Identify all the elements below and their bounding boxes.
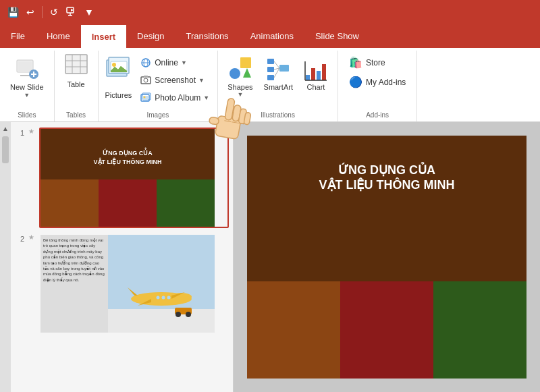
screenshot-dropdown: ▼ bbox=[198, 77, 205, 84]
menu-transitions[interactable]: Transitions bbox=[176, 24, 240, 48]
main-slide-title: ỨNG DỤNG CỦA VẬT LIỆU THÔNG MINH bbox=[247, 163, 526, 192]
menu-home[interactable]: Home bbox=[36, 24, 81, 48]
online-button[interactable]: Online ▼ bbox=[136, 55, 213, 71]
grid-col1 bbox=[247, 281, 340, 379]
menu-insert[interactable]: Insert bbox=[81, 24, 126, 48]
grid-col3 bbox=[433, 281, 526, 379]
svg-point-63 bbox=[167, 296, 171, 300]
photo-album-label: Photo Album bbox=[155, 93, 200, 103]
vertical-scrollbar[interactable]: ▲ bbox=[0, 122, 11, 392]
tables-group-label: Tables bbox=[55, 111, 98, 119]
screenshot-icon bbox=[140, 74, 152, 86]
menu-animations[interactable]: Animations bbox=[240, 24, 304, 48]
redo-button[interactable]: ↺ bbox=[47, 5, 61, 20]
slide-item-1[interactable]: 1 ★ ỨNG DỤNG CỦA VẬT LIỆU THÔNG MINH bbox=[14, 125, 230, 231]
svg-rect-32 bbox=[267, 59, 274, 64]
svg-marker-31 bbox=[243, 68, 251, 78]
ribbon: New Slide ▼ Slides Table bbox=[0, 48, 540, 122]
pictures-button[interactable]: Pictures bbox=[103, 53, 135, 102]
photo-album-icon bbox=[140, 92, 152, 104]
quick-access-toolbar: 💾 ↩ ↺ ▼ bbox=[5, 5, 97, 20]
slide-star-2: ★ bbox=[28, 233, 35, 241]
slides-group-label: Slides bbox=[0, 111, 54, 119]
present-button[interactable] bbox=[64, 5, 79, 20]
smartart-label: SmartArt bbox=[264, 83, 293, 91]
svg-rect-29 bbox=[240, 57, 251, 68]
separator bbox=[42, 6, 43, 18]
main-slide-grid bbox=[247, 281, 526, 379]
addins-buttons: 🛍️ Store 🔵 My Add-ins bbox=[344, 53, 411, 91]
screenshot-label: Screenshot bbox=[155, 76, 196, 85]
svg-rect-42 bbox=[322, 64, 326, 80]
chart-label: Chart bbox=[307, 83, 325, 91]
svg-line-35 bbox=[274, 61, 279, 68]
ribbon-group-slides: New Slide ▼ Slides bbox=[0, 51, 55, 121]
smartart-button[interactable]: SmartArt bbox=[260, 53, 297, 94]
my-addins-button[interactable]: 🔵 My Add-ins bbox=[344, 73, 411, 91]
svg-point-18 bbox=[112, 63, 116, 67]
menu-file[interactable]: File bbox=[0, 24, 36, 48]
svg-point-66 bbox=[186, 312, 191, 317]
screenshot-button[interactable]: Screenshot ▼ bbox=[136, 72, 213, 88]
slide-star-1: ★ bbox=[28, 128, 35, 135]
scroll-thumb[interactable] bbox=[2, 136, 9, 163]
main-slide-canvas: ỨNG DỤNG CỦA VẬT LIỆU THÔNG MINH bbox=[247, 136, 526, 379]
slide-number-2: 2 bbox=[15, 233, 24, 243]
pictures-label: Pictures bbox=[105, 91, 132, 99]
photo-album-dropdown: ▼ bbox=[203, 94, 209, 101]
svg-point-62 bbox=[162, 296, 165, 300]
shapes-button[interactable]: Shapes ▼ bbox=[223, 53, 256, 101]
slide-thumb-1: ỨNG DỤNG CỦA VẬT LIỆU THÔNG MINH bbox=[39, 128, 229, 228]
svg-rect-33 bbox=[267, 67, 274, 72]
svg-rect-41 bbox=[317, 71, 321, 80]
smartart-icon bbox=[266, 56, 290, 83]
svg-rect-38 bbox=[279, 65, 289, 72]
slide2-image bbox=[108, 235, 215, 333]
main-area: ▲ 1 ★ ỨNG DỤNG CỦA VẬT LIỆU THÔNG MINH bbox=[0, 122, 540, 392]
slide-item-2[interactable]: 2 ★ Bê tông thông minh đóng một vai trò … bbox=[14, 231, 230, 337]
svg-point-30 bbox=[230, 68, 240, 79]
addins-group-label: Add-ins bbox=[338, 111, 416, 119]
images-small-buttons: Online ▼ Screenshot ▼ bbox=[136, 53, 213, 106]
svg-point-65 bbox=[176, 312, 181, 317]
new-slide-label: New Slide bbox=[10, 82, 44, 92]
table-icon bbox=[64, 56, 88, 80]
slide1-title: ỨNG DỤNG CỦA VẬT LIỆU THÔNG MINH bbox=[40, 149, 215, 166]
menu-slideshow[interactable]: Slide Show bbox=[304, 24, 370, 48]
new-slide-button[interactable]: New Slide ▼ bbox=[4, 53, 50, 102]
pictures-icon bbox=[105, 56, 131, 91]
svg-point-28 bbox=[144, 96, 146, 99]
svg-point-61 bbox=[157, 296, 160, 300]
menu-bar: File Home Insert Design Transitions Anim… bbox=[0, 24, 540, 48]
undo-button[interactable]: ↩ bbox=[23, 5, 38, 20]
images-group-label: Images bbox=[99, 111, 218, 119]
chart-button[interactable]: Chart bbox=[300, 53, 332, 94]
slide-panel: 1 ★ ỨNG DỤNG CỦA VẬT LIỆU THÔNG MINH bbox=[11, 122, 234, 392]
svg-rect-24 bbox=[144, 76, 148, 78]
shapes-label: Shapes bbox=[227, 83, 252, 91]
save-button[interactable]: 💾 bbox=[5, 5, 20, 20]
slide-number-1: 1 bbox=[15, 128, 24, 137]
my-addins-label: My Add-ins bbox=[366, 78, 406, 87]
svg-rect-40 bbox=[311, 68, 315, 80]
new-slide-icon bbox=[15, 57, 39, 81]
table-button[interactable]: Table bbox=[59, 53, 94, 91]
dropdown-button[interactable]: ▼ bbox=[82, 5, 97, 20]
shapes-dropdown: ▼ bbox=[237, 91, 243, 98]
store-button[interactable]: 🛍️ Store bbox=[344, 53, 411, 72]
svg-point-23 bbox=[144, 78, 148, 82]
menu-design[interactable]: Design bbox=[126, 24, 175, 48]
online-label: Online bbox=[155, 58, 178, 67]
photo-album-button[interactable]: Photo Album ▼ bbox=[136, 90, 213, 106]
online-dropdown: ▼ bbox=[181, 59, 187, 66]
my-addins-icon: 🔵 bbox=[349, 76, 362, 88]
online-icon bbox=[140, 57, 152, 69]
scroll-up-button[interactable]: ▲ bbox=[1, 123, 10, 134]
slide1-grid bbox=[40, 179, 215, 227]
ribbon-group-images: Pictures Online ▼ bbox=[99, 51, 219, 121]
svg-rect-34 bbox=[267, 75, 274, 80]
svg-rect-10 bbox=[65, 55, 87, 74]
svg-rect-55 bbox=[108, 309, 215, 333]
ribbon-group-tables: Table Tables bbox=[55, 51, 99, 121]
svg-rect-39 bbox=[306, 75, 310, 80]
